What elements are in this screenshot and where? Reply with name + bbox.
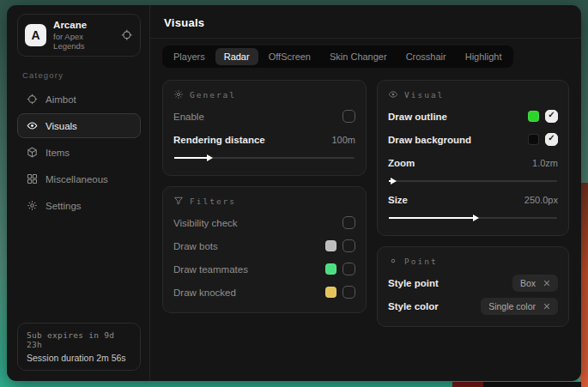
cube-icon xyxy=(27,147,38,158)
slider-track xyxy=(389,180,557,182)
sidebar-item-label: Aimbot xyxy=(45,94,76,105)
visual-card: Visual Draw outline Draw background xyxy=(377,80,569,236)
selected-option: Box xyxy=(520,278,536,288)
slider-fill xyxy=(389,217,473,219)
style-point-select[interactable]: Box xyxy=(512,275,558,292)
close-icon[interactable] xyxy=(543,280,550,287)
zoom-slider[interactable] xyxy=(389,176,557,186)
setting-label: Draw knocked xyxy=(173,287,236,298)
draw-background-color-swatch[interactable] xyxy=(528,134,539,145)
tab-bar: Players Radar OffScreen Skin Changer Cro… xyxy=(162,45,513,68)
backdrop-red-patch xyxy=(452,382,483,387)
setting-label: Zoom xyxy=(388,158,415,168)
general-card-header: General xyxy=(173,89,355,100)
setting-label: Draw bots xyxy=(173,241,218,251)
filters-card-header: Filters xyxy=(173,196,355,206)
setting-row-enable: Enable xyxy=(173,106,355,126)
sidebar-item-label: Miscellaneous xyxy=(45,174,108,184)
sidebar-item-label: Settings xyxy=(45,201,82,211)
eye-icon xyxy=(27,120,38,131)
section-title: General xyxy=(190,90,236,100)
tab-label: Highlight xyxy=(465,51,502,62)
enable-checkbox[interactable] xyxy=(342,110,355,123)
page-title: Visuals xyxy=(164,16,567,29)
setting-label: Draw background xyxy=(388,135,471,145)
setting-row-draw-outline: Draw outline xyxy=(388,106,558,126)
right-column: Visual Draw outline Draw background xyxy=(377,80,569,337)
draw-bots-color-swatch[interactable] xyxy=(325,240,336,251)
setting-label: Rendering distance xyxy=(173,135,265,145)
setting-value: 250.0px xyxy=(524,195,558,205)
sidebar: A Arcane for Apex Legends Category Aimbo… xyxy=(7,5,150,381)
sidebar-item-miscellaneous[interactable]: Miscellaneous xyxy=(17,166,141,191)
filters-card: Filters Visibility check Draw bots xyxy=(162,186,367,313)
main-header: Visuals xyxy=(150,5,581,39)
subscription-card: Sub expires in 9d 23h Session duration 2… xyxy=(17,323,141,371)
tab-offscreen[interactable]: OffScreen xyxy=(260,48,319,65)
setting-row-draw-bots: Draw bots xyxy=(173,236,355,256)
funnel-icon xyxy=(173,196,184,206)
subscription-expiry: Sub expires in 9d 23h xyxy=(27,330,131,349)
setting-value: 100m xyxy=(331,135,355,145)
rendering-distance-slider[interactable] xyxy=(174,153,355,163)
grid-icon xyxy=(27,173,38,184)
category-label: Category xyxy=(22,70,141,80)
selected-option: Single color xyxy=(488,301,536,311)
setting-label: Style color xyxy=(388,301,439,311)
slider-fill xyxy=(174,157,207,159)
backdrop-dark-patch xyxy=(483,382,581,387)
general-card: General Enable Rendering distance 100m xyxy=(162,80,367,176)
point-card-header: Point xyxy=(388,256,558,266)
session-duration: Session duration 2m 56s xyxy=(27,353,131,363)
slider-fill xyxy=(389,180,391,182)
tab-crosshair[interactable]: Crosshair xyxy=(397,48,455,65)
section-title: Visual xyxy=(404,90,444,100)
tab-label: Players xyxy=(173,51,205,62)
draw-knocked-checkbox[interactable] xyxy=(342,286,355,299)
setting-row-size: Size 250.0px xyxy=(388,190,558,209)
close-icon[interactable] xyxy=(543,303,550,310)
app-window: A Arcane for Apex Legends Category Aimbo… xyxy=(7,5,581,381)
app-subtitle: for Apex Legends xyxy=(53,32,114,51)
tab-label: Radar xyxy=(224,51,250,62)
draw-teammates-checkbox[interactable] xyxy=(342,263,355,275)
draw-bots-checkbox[interactable] xyxy=(342,239,355,252)
draw-outline-color-swatch[interactable] xyxy=(528,111,539,122)
draw-teammates-color-swatch[interactable] xyxy=(325,263,336,275)
app-title-block: Arcane for Apex Legends xyxy=(53,20,114,51)
tab-radar[interactable]: Radar xyxy=(215,48,258,65)
crosshair-icon xyxy=(27,94,38,105)
setting-label: Size xyxy=(388,195,408,205)
target-icon[interactable] xyxy=(121,29,133,41)
tab-label: Crosshair xyxy=(406,51,446,62)
sidebar-item-settings[interactable]: Settings xyxy=(17,193,141,218)
setting-row-draw-teammates: Draw teammates xyxy=(173,259,355,279)
main-panel: Visuals Players Radar OffScreen Skin Cha… xyxy=(150,5,581,381)
gear-icon xyxy=(173,89,184,100)
sidebar-item-label: Items xyxy=(45,148,70,158)
setting-row-rendering-distance: Rendering distance 100m xyxy=(173,130,355,149)
setting-row-style-color: Style color Single color xyxy=(388,296,558,316)
size-slider[interactable] xyxy=(389,213,557,223)
draw-knocked-color-swatch[interactable] xyxy=(325,287,336,298)
draw-background-checkbox[interactable] xyxy=(545,133,558,146)
app-logo: A xyxy=(25,24,46,46)
dot-icon xyxy=(388,256,398,266)
sidebar-item-aimbot[interactable]: Aimbot xyxy=(17,87,141,112)
sidebar-item-items[interactable]: Items xyxy=(17,140,141,165)
content-columns: General Enable Rendering distance 100m xyxy=(150,73,581,344)
draw-outline-checkbox[interactable] xyxy=(545,110,558,123)
style-color-select[interactable]: Single color xyxy=(481,298,558,315)
setting-row-draw-knocked: Draw knocked xyxy=(173,282,355,302)
tab-skin-changer[interactable]: Skin Changer xyxy=(321,48,396,65)
setting-row-zoom: Zoom 1.0zm xyxy=(388,153,558,172)
setting-label: Enable xyxy=(173,112,204,122)
app-header-card: A Arcane for Apex Legends xyxy=(17,14,141,57)
sidebar-item-visuals[interactable]: Visuals xyxy=(17,113,141,138)
tab-label: Skin Changer xyxy=(330,51,387,62)
tab-players[interactable]: Players xyxy=(165,48,214,65)
tab-highlight[interactable]: Highlight xyxy=(457,48,511,65)
section-title: Filters xyxy=(190,197,236,206)
visibility-check-checkbox[interactable] xyxy=(342,216,355,229)
setting-label: Draw teammates xyxy=(173,264,248,275)
